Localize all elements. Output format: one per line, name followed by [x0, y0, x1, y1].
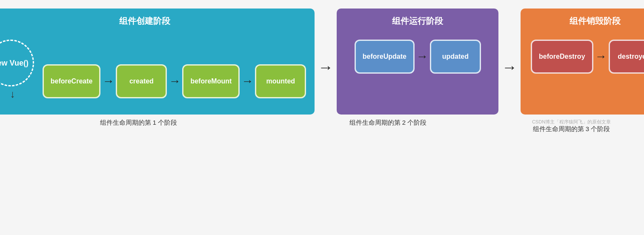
run-nodes-row: beforeUpdate → updated: [355, 40, 481, 74]
arrow-run-to-destroy: →: [502, 9, 517, 115]
new-vue-label: new Vue(): [0, 59, 29, 68]
phase-destroy-title: 组件销毁阶段: [570, 15, 621, 27]
phase-run-box: 组件运行阶段 beforeUpdate → updated: [337, 9, 498, 115]
labels-row: 组件生命周期的第 1 个阶段 组件生命周期的第 2 个阶段 CSDN博主「程序猿…: [9, 119, 635, 133]
phase-destroy-content: beforeDestroy → destroyed: [529, 35, 644, 78]
updated-node: updated: [430, 40, 481, 74]
watermark-text: CSDN博主「程序猿阿飞」的原创文章: [497, 119, 644, 125]
phase-run-content: beforeUpdate → updated: [345, 35, 490, 78]
phase-create-content: new Vue() ↓ beforeCreate → created → bef…: [0, 35, 306, 106]
phase-run-title: 组件运行阶段: [392, 15, 443, 27]
phase-create-title: 组件创建阶段: [119, 15, 170, 27]
phase-create-box: 组件创建阶段 new Vue() ↓ beforeCreate → create…: [0, 9, 315, 115]
arrow-after-before-create: →: [102, 75, 114, 88]
mounted-node: mounted: [255, 64, 306, 98]
new-vue-circle: new Vue(): [0, 40, 34, 86]
create-nodes-row: beforeCreate → created → beforeMount → m…: [43, 64, 306, 102]
destroy-nodes-row: beforeDestroy → destroyed: [531, 40, 644, 74]
arrow-after-before-destroy: →: [595, 50, 607, 63]
arrow-after-before-update: →: [416, 50, 428, 63]
created-node: created: [116, 64, 167, 98]
label-destroy: CSDN博主「程序猿阿飞」的原创文章 组件生命周期的第 3 个阶段: [497, 119, 644, 133]
label-create: 组件生命周期的第 1 个阶段: [0, 119, 279, 133]
arrow-down-icon: ↓: [10, 88, 15, 100]
before-destroy-node: beforeDestroy: [531, 40, 593, 74]
arrow-create-to-run: →: [318, 9, 333, 115]
before-update-node: beforeUpdate: [355, 40, 415, 74]
phase-destroy-box: 组件销毁阶段 beforeDestroy → destroyed: [521, 9, 644, 115]
destroyed-node: destroyed: [609, 40, 644, 74]
arrow-after-before-mount: →: [241, 75, 253, 88]
label-run: 组件生命周期的第 2 个阶段: [307, 119, 469, 133]
diagram-container: 组件创建阶段 new Vue() ↓ beforeCreate → create…: [9, 9, 635, 133]
phases-row: 组件创建阶段 new Vue() ↓ beforeCreate → create…: [9, 9, 635, 115]
before-create-node: beforeCreate: [43, 64, 101, 98]
before-mount-node: beforeMount: [182, 64, 240, 98]
arrow-after-created: →: [169, 75, 180, 88]
